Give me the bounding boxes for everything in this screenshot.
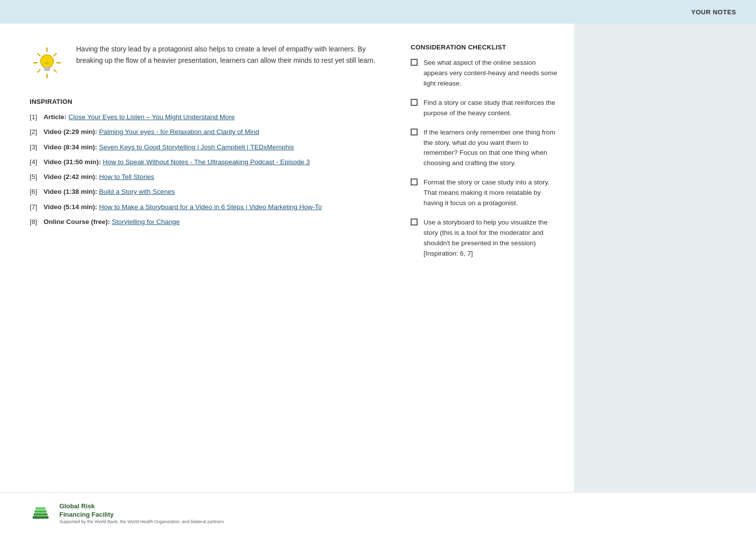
list-item: [4] Video (31:50 min): How to Speak With…	[30, 157, 381, 167]
checkbox-4[interactable]	[411, 178, 418, 185]
checklist-list: See what aspect of the online session ap…	[411, 58, 559, 259]
list-item: [7] Video (5:14 min): How to Make a Stor…	[30, 202, 381, 212]
insp-link-8[interactable]: Storytelling for Change	[112, 218, 180, 225]
svg-rect-10	[45, 69, 49, 71]
logo-text-block: Global Risk Financing Facility Supported…	[59, 502, 224, 524]
insp-link-3[interactable]: Seven Keys to Good Storytelling | Josh C…	[99, 143, 294, 151]
insp-link-1[interactable]: Close Your Eyes to Listen – You Might Un…	[68, 113, 235, 121]
svg-line-6	[54, 53, 56, 56]
insp-link-2[interactable]: Palming Your eyes - for Relaxation and C…	[99, 128, 259, 135]
checklist-item: If the learners only remember one thing …	[411, 128, 559, 169]
intro-text: Having the story lead by a protagonist a…	[76, 44, 381, 66]
right-notes-panel	[574, 24, 756, 492]
checklist-item: Format the story or case study into a st…	[411, 178, 559, 209]
main-content: Having the story lead by a protagonist a…	[0, 24, 756, 492]
svg-rect-13	[34, 513, 47, 516]
insp-link-6[interactable]: Build a Story with Scenes	[99, 188, 175, 195]
intro-block: Having the story lead by a protagonist a…	[30, 44, 381, 80]
insp-num: [3]	[30, 142, 44, 152]
checkbox-5[interactable]	[411, 219, 418, 225]
svg-rect-15	[36, 507, 46, 510]
checklist-section: CONSIDERATION CHECKLIST See what aspect …	[406, 24, 574, 492]
insp-num: [5]	[30, 172, 44, 182]
logo-name-line1: Global Risk Financing Facility	[59, 502, 224, 519]
inspiration-list: [1] Article: Close Your Eyes to Listen –…	[30, 112, 381, 227]
insp-num: [7]	[30, 202, 44, 212]
checklist-item: See what aspect of the online session ap…	[411, 58, 559, 89]
insp-link-7[interactable]: How to Make a Storyboard for a Video in …	[99, 203, 322, 211]
insp-num: [4]	[30, 157, 44, 167]
insp-num: [8]	[30, 217, 44, 227]
insp-link-4[interactable]: How to Speak Without Notes - The Ultrasp…	[103, 158, 310, 166]
inspiration-title: INSPIRATION	[30, 98, 381, 105]
list-item: [8] Online Course (free): Storytelling f…	[30, 217, 381, 227]
checklist-item: Use a storyboard to help you visualize t…	[411, 218, 559, 259]
list-item: [1] Article: Close Your Eyes to Listen –…	[30, 112, 381, 122]
insp-num: [6]	[30, 187, 44, 197]
checkbox-2[interactable]	[411, 99, 418, 106]
svg-line-4	[38, 53, 40, 56]
svg-line-7	[38, 70, 40, 72]
checkbox-1[interactable]	[411, 59, 418, 66]
list-item: [5] Video (2:42 min): How to Tell Storie…	[30, 172, 381, 182]
logo-icon	[30, 502, 51, 524]
svg-rect-14	[35, 510, 47, 513]
insp-link-5[interactable]: How to Tell Stories	[99, 173, 154, 180]
logo-subtitle: Supported by the World Bank, the World H…	[59, 519, 224, 524]
lightbulb-icon	[30, 45, 64, 80]
checklist-item: Find a story or case study that reinforc…	[411, 98, 559, 119]
checkbox-3[interactable]	[411, 129, 418, 135]
list-item: [6] Video (1:38 min): Build a Story with…	[30, 187, 381, 197]
list-item: [2] Video (2:29 min): Palming Your eyes …	[30, 127, 381, 137]
top-bar: YOUR NOTES	[0, 0, 756, 24]
list-item: [3] Video (8:34 min): Seven Keys to Good…	[30, 142, 381, 152]
inspiration-section: INSPIRATION [1] Article: Close Your Eyes…	[30, 98, 381, 242]
checklist-title: CONSIDERATION CHECKLIST	[411, 44, 559, 51]
left-panel: Having the story lead by a protagonist a…	[0, 24, 406, 492]
footer-bar: Global Risk Financing Facility Supported…	[0, 492, 756, 534]
svg-point-8	[41, 55, 53, 68]
svg-rect-9	[44, 67, 50, 69]
svg-line-5	[54, 70, 56, 72]
your-notes-label: YOUR NOTES	[691, 8, 736, 16]
insp-num: [2]	[30, 127, 44, 137]
svg-rect-12	[33, 516, 48, 519]
insp-num: [1]	[30, 112, 44, 122]
